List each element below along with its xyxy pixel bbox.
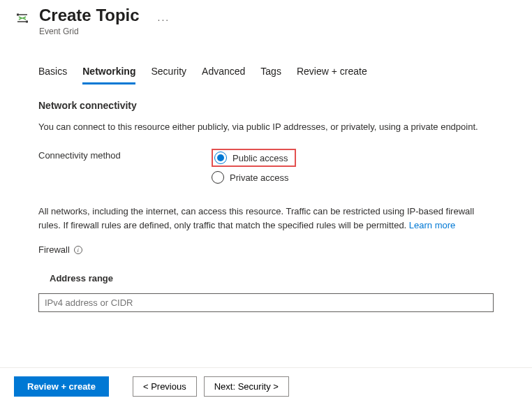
main-content: Basics Networking Security Advanced Tags… [0,63,532,382]
tab-tags[interactable]: Tags [260,63,281,84]
tab-bar: Basics Networking Security Advanced Tags… [38,63,494,84]
more-actions-button[interactable]: ··· [158,14,170,25]
radio-icon[interactable] [212,171,224,184]
tab-basics[interactable]: Basics [38,63,67,84]
connectivity-row: Connectivity method Public access Privat… [38,149,494,184]
radio-icon[interactable] [214,152,227,164]
tab-advanced[interactable]: Advanced [202,63,245,84]
page-header: Create Topic Event Grid ··· [0,0,532,39]
review-create-button[interactable]: Review + create [14,376,109,397]
firewall-label: Firewall [38,244,70,255]
svg-rect-3 [17,14,19,16]
learn-more-link[interactable]: Learn more [409,220,455,230]
footer-bar: Review + create < Previous Next: Securit… [0,367,532,405]
page-title: Create Topic [39,6,140,25]
public-access-option[interactable]: Public access [212,149,296,167]
address-range-input[interactable] [38,293,494,312]
tab-review[interactable]: Review + create [297,63,367,84]
tab-networking[interactable]: Networking [82,63,135,84]
section-title: Network connectivity [38,100,494,111]
tab-security[interactable]: Security [151,63,186,84]
section-description: You can connect to this resource either … [38,121,494,133]
next-button[interactable]: Next: Security > [204,376,289,397]
private-access-label: Private access [230,172,289,183]
address-range-label: Address range [50,273,494,284]
info-icon[interactable]: i [74,246,82,254]
svg-rect-4 [26,21,28,23]
firewall-section: Firewall i [38,244,494,255]
connectivity-label: Connectivity method [38,149,212,161]
resource-icon [14,10,31,27]
access-info-text: All networks, including the internet, ca… [38,205,494,232]
private-access-option[interactable]: Private access [212,171,296,184]
previous-button[interactable]: < Previous [133,376,197,397]
page-subtitle: Event Grid [39,27,140,36]
public-access-label: Public access [232,153,288,163]
connectivity-radio-group: Public access Private access [212,149,296,184]
